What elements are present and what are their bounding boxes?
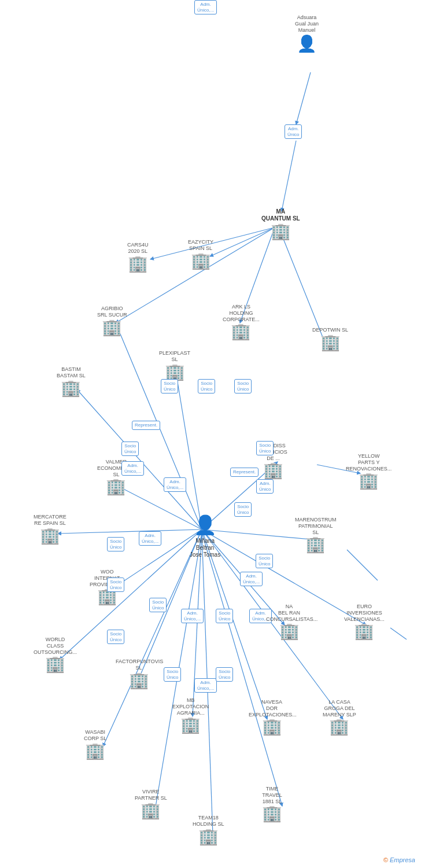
badge-socio-eazycity[interactable]: SocioÚnico: [198, 379, 215, 393]
euro-inver-icon: 🏢: [354, 623, 374, 639]
bastim-node: BASTIMBASTAM SL 🏢: [57, 366, 86, 396]
badge-adm-unico-top[interactable]: Adm.Único: [285, 124, 302, 139]
factorpunto-label: FACTORPUNTOVISSL: [116, 659, 162, 671]
badge-socio-euridiss2[interactable]: SocioÚnico: [234, 502, 252, 517]
badge-represent-euridiss[interactable]: Represent.: [230, 468, 258, 477]
svg-line-11: [58, 529, 202, 534]
mercatore-node: MERCATORERE SPAIN SL 🏢: [34, 514, 67, 544]
eazycity-node: EAZYCITYSPAIN SL 🏢: [188, 239, 213, 269]
cars4u-node: CARS4U2020 SL 🏢: [127, 242, 149, 272]
badge-socio-na[interactable]: SocioÚnico: [216, 609, 233, 623]
badge-socio-facto[interactable]: SocioÚnico: [164, 667, 181, 682]
badge-adm-plexiplast[interactable]: Adm.Único,...: [164, 477, 186, 492]
navesador-icon: 🏢: [262, 719, 282, 735]
agribio-label: AGRIBIOSRL SUCUR: [97, 306, 127, 318]
euro-inver-label: EUROINVERSIONESVALENCIANAS...: [344, 604, 385, 622]
svg-line-28: [347, 550, 378, 580]
svg-line-9: [176, 375, 202, 529]
factorpunto-node: FACTORPUNTOVISSL 🏢: [116, 659, 162, 689]
svg-line-13: [60, 529, 202, 660]
agribio-node: AGRIBIOSRL SUCUR 🏢: [97, 306, 127, 336]
eazycity-label: EAZYCITYSPAIN SL: [188, 239, 213, 252]
wasabi-corp-label: WASABICORP SL: [84, 729, 106, 742]
badge-socio-cars4u[interactable]: SocioÚnico: [161, 379, 178, 393]
main-person-node: 👤 MiñanaBeltranJose Tomas: [190, 514, 220, 560]
mb-explot-label: MBEXPLOTACIONAGRARIA...: [172, 697, 209, 716]
depotwin-label: DEPOTWIN SL: [312, 327, 348, 333]
badge-socio-mb[interactable]: SocioÚnico: [216, 667, 233, 682]
watermark: © Empresa: [383, 856, 415, 863]
na-gran-icon: 🏢: [279, 623, 300, 639]
badge-socio-mare[interactable]: SocioÚnico: [256, 554, 273, 568]
yellow-parts-node: YELLOWPARTS YRENOVACIONES... 🏢: [346, 453, 392, 489]
badge-socio-woo[interactable]: SocioÚnico: [107, 578, 124, 592]
svg-line-29: [390, 628, 407, 639]
mb-explot-icon: 🏢: [180, 717, 201, 733]
badge-socio-ark[interactable]: SocioÚnico: [234, 379, 252, 393]
badge-adm-mercatore[interactable]: Adm.Único,...: [139, 531, 161, 546]
navesador-label: NAVESADOREXPLOTACIONES...: [249, 699, 295, 718]
badge-adm-mare[interactable]: Adm.Único,...: [240, 572, 263, 586]
time-travel-icon: 🏢: [262, 806, 282, 822]
badge-adm-valmer[interactable]: Adm.Único,...: [121, 461, 144, 476]
time-travel-label: TIMETRAVEL1881 SL: [262, 786, 282, 804]
person-top-node: Adsuara Gual Juan Manuel 👤: [295, 14, 319, 53]
badge-represent-valmer[interactable]: Represent.: [132, 421, 160, 430]
person-top-label: Adsuara Gual Juan Manuel: [295, 14, 319, 33]
team18-icon: 🏢: [198, 829, 219, 845]
agribio-icon: 🏢: [102, 319, 122, 336]
badge-socio-woo2[interactable]: SocioÚnico: [149, 598, 167, 612]
euro-inver-node: EUROINVERSIONESVALENCIANAS... 🏢: [344, 604, 385, 639]
marenostrum-label: MARENOSTRUMPATRIMONIALSL: [295, 517, 337, 535]
la-casa-icon: 🏢: [329, 719, 349, 735]
wasabi-corp-node: WASABICORP SL 🏢: [84, 729, 106, 759]
factorpunto-icon: 🏢: [129, 672, 149, 689]
yellow-parts-label: YELLOWPARTS YRENOVACIONES...: [346, 453, 392, 472]
badge-adm-facto[interactable]: Adm.Único,...: [194, 678, 217, 693]
cars4u-icon: 🏢: [128, 256, 148, 272]
bastim-label: BASTIMBASTAM SL: [57, 366, 86, 379]
wasabi-corp-icon: 🏢: [85, 743, 105, 759]
time-travel-node: TIMETRAVEL1881 SL 🏢: [262, 786, 282, 822]
plexiplast-icon: 🏢: [165, 364, 185, 380]
world-class-node: WORLDCLASSOUTSOURCING... 🏢: [34, 637, 77, 672]
badge-socio-valmer[interactable]: SocioÚnico: [121, 442, 139, 456]
svg-line-2: [282, 141, 296, 211]
ark-ls-label: ARK LSHOLDINGCORPORATE...: [223, 304, 260, 322]
euridiss-icon: 🏢: [263, 462, 283, 479]
world-class-label: WORLDCLASSOUTSOURCING...: [34, 637, 77, 655]
plexiplast-node: PLEXIPLASTSL 🏢: [159, 350, 190, 380]
badge-adm-euridiss[interactable]: Adm.Único: [256, 479, 274, 494]
badge-socio-mercatore[interactable]: SocioÚnico: [107, 537, 124, 551]
badge-adm-mb[interactable]: Adm.Único,...: [194, 0, 217, 14]
badge-label-adm-top: Adm.Único: [285, 124, 302, 139]
badge-socio-euridiss[interactable]: SocioÚnico: [256, 441, 274, 455]
depotwin-icon: 🏢: [320, 334, 341, 351]
mercatore-icon: 🏢: [40, 528, 60, 544]
plexiplast-label: PLEXIPLASTSL: [159, 350, 190, 363]
na-gran-label: NABEL RANCONCURSALISTAS...: [266, 604, 312, 622]
marenostrum-icon: 🏢: [305, 536, 326, 553]
navesador-node: NAVESADOREXPLOTACIONES... 🏢: [249, 699, 295, 735]
cars4u-label: CARS4U2020 SL: [127, 242, 149, 255]
ma-quantum-icon: 🏢: [271, 223, 291, 240]
ma-quantum-node: MAQUANTUM SL 🏢: [261, 208, 300, 240]
main-person-label: MiñanaBeltranJose Tomas: [190, 538, 220, 558]
team18-node: TEAM18HOLDING SL 🏢: [193, 815, 224, 845]
eazycity-icon: 🏢: [191, 253, 211, 269]
vivire-label: VIVIREPARTNER SL: [135, 789, 167, 801]
la-casa-node: LA CASAGROGA DELMARENY SLP 🏢: [323, 699, 356, 735]
badge-socio-world[interactable]: SocioÚnico: [107, 630, 124, 644]
badge-adm-woo[interactable]: Adm.Único,...: [181, 609, 204, 623]
ma-quantum-label: MAQUANTUM SL: [261, 208, 300, 222]
depotwin-node: DEPOTWIN SL 🏢: [312, 327, 348, 351]
team18-label: TEAM18HOLDING SL: [193, 815, 224, 827]
ark-ls-node: ARK LSHOLDINGCORPORATE... 🏢: [223, 304, 260, 340]
na-gran-node: NABEL RANCONCURSALISTAS... 🏢: [266, 604, 312, 639]
main-person-icon: 👤: [194, 514, 217, 536]
vivire-node: VIVIREPARTNER SL 🏢: [135, 789, 167, 819]
la-casa-label: LA CASAGROGA DELMARENY SLP: [323, 699, 356, 718]
world-class-icon: 🏢: [45, 656, 65, 672]
mb-explot-node: MBEXPLOTACIONAGRARIA... 🏢: [172, 697, 209, 733]
bastim-icon: 🏢: [61, 380, 81, 396]
